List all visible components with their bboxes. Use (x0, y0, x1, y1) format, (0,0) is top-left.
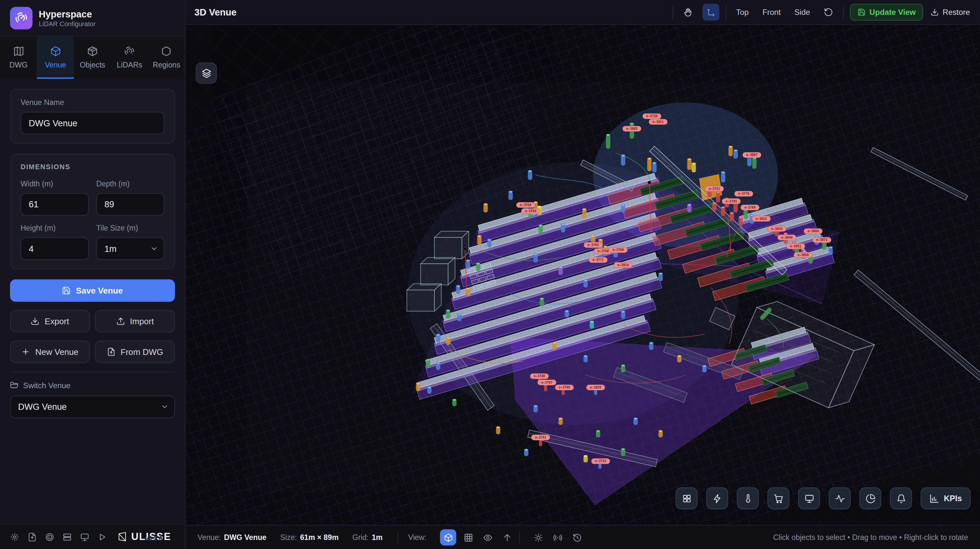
display-button[interactable] (798, 487, 820, 509)
svg-text:n-3799: n-3799 (559, 385, 570, 389)
restore-button[interactable]: Restore (930, 5, 971, 19)
sidebar-tabs: DWG Venue Objects LiDARs Regions (0, 35, 185, 79)
history-button[interactable] (569, 529, 585, 546)
file-up-icon (107, 347, 116, 356)
svg-text:n-3835: n-3835 (772, 227, 783, 231)
eye-icon (483, 533, 492, 542)
main-panel: 3D Venue Top Front Side U (186, 0, 980, 549)
divider (398, 532, 398, 543)
dashboard-button[interactable] (676, 487, 698, 509)
update-view-button[interactable]: Update View (850, 4, 923, 21)
svg-text:n-3815: n-3815 (756, 217, 767, 221)
analytics-button[interactable] (859, 487, 881, 509)
play-icon[interactable] (97, 532, 107, 541)
status-venue: Venue: DWG Venue (197, 533, 266, 542)
upload-icon (116, 317, 125, 326)
brightness-button[interactable] (530, 529, 546, 546)
3d-scene[interactable]: n-3802n-3738n-3811n-3807n-3751n-3783n-37… (186, 25, 980, 525)
kpis-button[interactable]: KPIs (921, 487, 970, 509)
reset-rotation-button[interactable] (820, 4, 837, 21)
sidebar-footer: v3.5.0 ULISSE (0, 524, 185, 549)
svg-text:n-3768: n-3768 (520, 203, 531, 207)
tab-dwg[interactable]: DWG (0, 36, 37, 79)
venue-name-input[interactable] (21, 112, 164, 134)
view-front-button[interactable]: Front (759, 5, 784, 19)
status-grid: Grid: 1m (352, 533, 383, 542)
divider (725, 5, 726, 19)
server-icon[interactable] (62, 532, 72, 541)
tab-lidars[interactable]: LiDARs (111, 36, 148, 79)
sun-icon (534, 533, 543, 542)
depth-input[interactable] (96, 193, 164, 216)
thermometer-icon (743, 493, 753, 503)
folder-icon (10, 381, 19, 390)
grid-3x3-icon (463, 533, 473, 542)
pan-tool-button[interactable] (679, 4, 696, 21)
broadcast-button[interactable] (549, 529, 566, 546)
file-up-icon[interactable] (27, 532, 37, 541)
history-icon (573, 533, 582, 542)
height-label: Height (m) (21, 224, 89, 232)
tile-size-select[interactable]: 1m (96, 237, 164, 260)
save-venue-label: Save Venue (76, 286, 123, 295)
svg-text:n-3758: n-3758 (598, 249, 609, 253)
svg-text:n-3787: n-3787 (541, 381, 553, 384)
tab-regions[interactable]: Regions (148, 36, 185, 79)
divider (10, 372, 175, 372)
divider (672, 5, 673, 19)
tab-venue[interactable]: Venue (37, 36, 74, 79)
orientation-button[interactable] (499, 529, 515, 546)
venue-name-card: Venue Name (10, 89, 175, 144)
visibility-toggle[interactable] (480, 529, 496, 546)
bell-icon (896, 493, 906, 503)
axis-tool-button[interactable] (702, 4, 719, 21)
target-icon[interactable] (45, 532, 54, 541)
from-dwg-button[interactable]: From DWG (95, 341, 175, 363)
ulisse-brand: v3.5.0 ULISSE (117, 531, 171, 543)
svg-text:n-3738: n-3738 (646, 114, 658, 118)
gear-icon[interactable] (10, 532, 19, 541)
tab-label: Objects (80, 61, 105, 69)
width-input[interactable] (21, 193, 89, 216)
switch-venue-select[interactable]: DWG Venue (10, 396, 175, 418)
activity-icon (835, 493, 845, 503)
app-header: Hyperspace LiDAR Configurator (0, 0, 185, 35)
pie-chart-icon (865, 493, 875, 503)
status-size-value: 61m × 89m (300, 533, 339, 542)
cart-button[interactable] (767, 487, 789, 509)
alerts-button[interactable] (890, 487, 912, 509)
temperature-button[interactable] (737, 487, 759, 509)
save-icon (62, 286, 71, 295)
view-side-button[interactable]: Side (791, 5, 814, 19)
monitor-icon[interactable] (80, 532, 89, 541)
status-grid-value: 1m (372, 533, 383, 542)
new-venue-button[interactable]: New Venue (10, 341, 90, 363)
import-button[interactable]: Import (95, 310, 175, 333)
view-top-button[interactable]: Top (732, 5, 752, 19)
svg-text:n-3723: n-3723 (595, 459, 606, 463)
activity-button[interactable] (829, 487, 851, 509)
layers-button[interactable] (196, 62, 217, 84)
status-view: View: (408, 533, 426, 542)
height-input[interactable] (21, 237, 89, 260)
hexagon-icon (161, 46, 172, 57)
save-venue-button[interactable]: Save Venue (10, 279, 175, 302)
map-icon (13, 46, 24, 57)
divider (843, 5, 844, 19)
download-icon (931, 8, 939, 16)
view-3d-toggle[interactable] (440, 529, 457, 546)
bar-chart-icon (929, 493, 939, 503)
3d-canvas[interactable]: n-3802n-3738n-3811n-3807n-3751n-3783n-37… (186, 25, 980, 525)
lidar-icon (124, 46, 135, 57)
sidebar: Hyperspace LiDAR Configurator DWG Venue … (0, 0, 186, 549)
export-button[interactable]: Export (10, 310, 90, 333)
tab-objects[interactable]: Objects (74, 36, 111, 79)
power-button[interactable] (706, 487, 729, 509)
chevron-down-icon (161, 403, 169, 411)
new-venue-label: New Venue (35, 347, 78, 356)
switch-venue-label-row: Switch Venue (10, 381, 175, 390)
grid-2x2-icon (681, 493, 692, 503)
svg-text:n-3764: n-3764 (525, 209, 536, 213)
grid-toggle[interactable] (460, 529, 476, 546)
hand-icon (683, 8, 692, 17)
